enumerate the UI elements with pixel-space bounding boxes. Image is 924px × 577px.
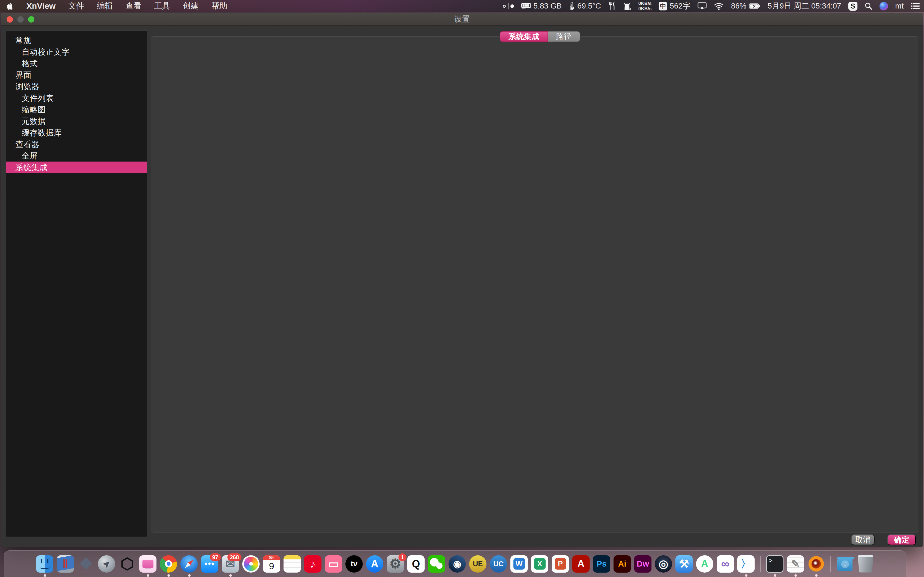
chrome-icon	[160, 555, 177, 572]
status-siri-icon[interactable]	[879, 2, 888, 10]
close-button[interactable]	[6, 16, 13, 23]
dock-item-terminal[interactable]: >_	[766, 555, 783, 572]
sidebar-item-6[interactable]: 文件列表	[6, 92, 147, 104]
tab-2[interactable]: 路径	[548, 31, 580, 42]
dock-item-vscode[interactable]: 〉	[737, 555, 754, 572]
dock-item-mail[interactable]: ✉268	[222, 555, 239, 572]
status-airplay-icon[interactable]	[698, 2, 707, 10]
menu-app-name[interactable]: XnView	[26, 2, 55, 11]
status-wifi-icon[interactable]	[714, 2, 724, 10]
dock-item-calendar[interactable]: 5月9	[263, 555, 280, 572]
dock-item-system-preferences[interactable]: ⚙1	[387, 555, 404, 572]
menu-item-4[interactable]: 工具	[154, 0, 170, 11]
status-utensils-icon[interactable]	[608, 2, 616, 10]
status-user-icon[interactable]: mt	[895, 2, 904, 10]
dock-item-textedit[interactable]: ✎	[787, 555, 804, 572]
notification-badge: 1	[399, 553, 407, 561]
status-toggle-dots-icon[interactable]	[503, 3, 514, 9]
dock-item-diamonds-app[interactable]: ❖	[77, 555, 95, 572]
status-clock-icon[interactable]: 5月9日 周二 05:34:07	[767, 1, 841, 11]
sidebar-item-8[interactable]: 元数据	[6, 115, 147, 127]
excel-icon: X	[531, 555, 548, 572]
sidebar-item-11[interactable]: 全屏	[6, 150, 147, 161]
status-input-method-icon[interactable]: 中562字	[659, 1, 690, 11]
tab-1[interactable]: 系统集成	[500, 31, 548, 42]
dock-item-app-store[interactable]: A	[366, 555, 383, 572]
dock-item-parallels-desktop[interactable]: ‖	[57, 555, 74, 572]
settings-tabs: 系统集成路径	[500, 31, 580, 42]
word-icon: W	[510, 555, 528, 572]
steam-icon: ◉	[449, 555, 466, 572]
trash-full-icon	[857, 555, 874, 572]
dock-item-finder[interactable]	[36, 555, 53, 572]
dock-item-launchpad[interactable]: ➤	[98, 555, 115, 572]
qq-icon: Q	[407, 555, 425, 572]
sidebar-item-2[interactable]: 自动校正文字	[6, 46, 147, 58]
window-title: 设置	[454, 14, 470, 24]
sidebar-item-4[interactable]: 界面	[6, 69, 147, 81]
menu-item-3[interactable]: 查看	[125, 0, 141, 11]
menu-item-2[interactable]: 编辑	[97, 0, 113, 11]
sidebar-item-1[interactable]: 常规	[6, 35, 147, 46]
sidebar-item-5[interactable]: 浏览器	[6, 81, 147, 92]
dock-item-obs[interactable]: ◎	[655, 555, 672, 572]
running-indicator	[774, 574, 776, 577]
status-list-icon[interactable]	[911, 2, 919, 10]
dock-item-notes[interactable]	[284, 555, 301, 572]
dock-item-powerpoint[interactable]: P	[552, 555, 569, 572]
dock-item-downloads-folder[interactable]: ↓	[836, 555, 854, 572]
status-memory-icon[interactable]: 5.83 GB	[521, 2, 562, 10]
dock-item-trash-full[interactable]	[857, 555, 874, 572]
window-titlebar[interactable]: 设置	[1, 13, 923, 26]
status-surge-icon[interactable]: S	[848, 2, 858, 11]
ok-button[interactable]: 确定	[887, 534, 916, 545]
dock-item-xcode[interactable]: ⚒	[675, 555, 693, 572]
dock-item-ultraedit[interactable]: UE	[469, 555, 486, 572]
app-store-icon: A	[366, 555, 383, 572]
dock-item-photoshop[interactable]: Ps	[593, 555, 610, 572]
sidebar-item-12[interactable]: 系统集成	[6, 161, 147, 173]
dock-item-wechat[interactable]	[428, 555, 445, 572]
dock-item-xnview[interactable]	[808, 555, 825, 572]
dock-item-apple-tv[interactable]: tv	[346, 555, 363, 572]
dock-item-android-studio[interactable]: A	[696, 555, 713, 572]
status-spotlight-icon[interactable]	[864, 2, 872, 10]
menu-item-5[interactable]: 创建	[183, 0, 199, 11]
xnview-icon	[808, 555, 825, 572]
minimize-button[interactable]	[17, 16, 24, 23]
dock-item-safari[interactable]	[180, 555, 198, 572]
dock-item-hexagon-app[interactable]: ⬡	[118, 555, 136, 572]
sidebar-item-3[interactable]: 格式	[6, 58, 147, 69]
dock-item-word[interactable]: W	[510, 555, 528, 572]
dock-item-qq[interactable]: Q	[407, 555, 425, 572]
dock-item-steam[interactable]: ◉	[449, 555, 466, 572]
dock-item-excel[interactable]: X	[531, 555, 548, 572]
dock-item-cleanmymac[interactable]	[139, 555, 157, 572]
dock-item-dreamweaver[interactable]: Dw	[634, 555, 651, 572]
dock-item-visual-studio[interactable]: ∞	[717, 555, 734, 572]
dock-item-netease-music[interactable]: ♪	[304, 555, 321, 572]
status-cpu-temp-icon[interactable]: 69.5°C	[569, 2, 601, 10]
sidebar-item-9[interactable]: 缓存数据库	[6, 127, 147, 139]
apple-menu-icon[interactable]	[6, 2, 14, 10]
sidebar-item-7[interactable]: 缩略图	[6, 104, 147, 115]
parallels-desktop-icon: ‖	[57, 555, 74, 572]
cancel-button[interactable]: 取消	[851, 534, 874, 545]
traffic-lights	[6, 16, 34, 23]
dock-item-chrome[interactable]	[160, 555, 177, 572]
dock-item-messages[interactable]: •••97	[201, 555, 218, 572]
bilibili-icon: ▭	[325, 555, 342, 572]
sidebar-item-10[interactable]: 查看器	[6, 139, 147, 150]
running-indicator	[147, 574, 149, 577]
status-cat-icon[interactable]	[623, 2, 631, 10]
dock-item-ultracompare[interactable]: UC	[490, 555, 507, 572]
menu-item-6[interactable]: 帮助	[211, 0, 227, 11]
dock-item-illustrator[interactable]: Ai	[614, 555, 631, 572]
status-battery-icon[interactable]: 86%	[731, 2, 760, 10]
menu-item-1[interactable]: 文件	[68, 0, 84, 11]
dock-item-photos[interactable]	[242, 555, 260, 572]
dock-item-bilibili[interactable]: ▭	[325, 555, 342, 572]
status-netspeed-icon[interactable]: 0KB/s0KB/s	[638, 1, 651, 11]
zoom-button[interactable]	[28, 16, 34, 23]
dock-item-acrobat[interactable]: A	[572, 555, 590, 572]
